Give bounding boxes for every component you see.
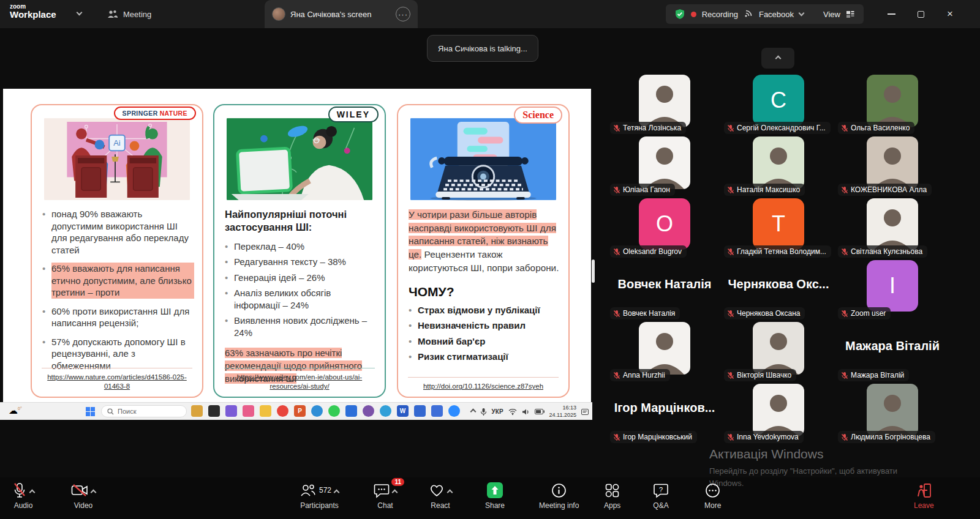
tab-meeting[interactable]: Meeting: [107, 0, 151, 28]
apps-button[interactable]: Apps: [604, 482, 620, 510]
copilot-icon[interactable]: [243, 405, 254, 417]
battery-icon[interactable]: [535, 409, 545, 414]
participant-tile[interactable]: Ольга Василенко: [835, 73, 949, 135]
participant-tile[interactable]: CСергій Олександрович Г...: [722, 73, 835, 135]
participant-tile[interactable]: Вовчек НаталіяВовчек Наталія: [608, 259, 722, 321]
participant-tile[interactable]: Inna Yevdokymova: [722, 383, 835, 444]
bullet-item: •57% допускають допомогу ШІ в рецензуван…: [42, 336, 194, 372]
tab-shared-screen[interactable]: Яна Сичікова's screen ···: [265, 0, 418, 28]
edge-icon[interactable]: [311, 405, 323, 417]
participant-tile[interactable]: OOleksandr Bugrov: [608, 197, 722, 259]
participant-display-name: Ігор Марцінков...: [608, 401, 722, 415]
bullet-item: •60% проти використання ШІ для написання…: [42, 305, 194, 329]
telegram-icon[interactable]: [380, 405, 391, 417]
notification-icon[interactable]: [581, 408, 589, 416]
participant-tile[interactable]: КОЖЕВНИКОВА Алла: [835, 135, 949, 197]
participant-name: Тетяна Лозінська: [623, 124, 681, 132]
participant-photo-avatar: [867, 384, 918, 436]
participants-chevron-icon[interactable]: [334, 489, 340, 495]
participant-tile[interactable]: TГладкій Тетяна Володим...: [722, 197, 835, 259]
react-chevron-icon[interactable]: [447, 489, 453, 495]
taskbar-clock[interactable]: 16:13 24.11.2025: [549, 405, 576, 419]
viber-icon[interactable]: [363, 405, 374, 417]
folder-icon[interactable]: [260, 405, 271, 417]
taskbar-search-input[interactable]: Поиск: [101, 405, 187, 417]
audio-button[interactable]: Audio: [12, 482, 34, 510]
bullet-marker: •: [225, 272, 234, 284]
bullet-marker: •: [409, 351, 418, 363]
wifi-icon[interactable]: [508, 408, 517, 415]
participant-tile[interactable]: Мажара ВіталійМажара Віталій: [835, 321, 949, 383]
whatsapp-icon[interactable]: [328, 405, 340, 417]
participant-tile[interactable]: Вікторія Швачко: [722, 321, 835, 383]
messenger-icon[interactable]: [225, 405, 237, 417]
recording-label[interactable]: Recording: [702, 10, 738, 19]
photos-icon[interactable]: [191, 405, 203, 417]
security-shield-icon[interactable]: [674, 9, 685, 20]
participant-name: Anna Hurzhii: [623, 371, 665, 379]
zoom-app-icon[interactable]: [448, 405, 460, 417]
tray-mic-icon[interactable]: [480, 408, 487, 416]
nature-link[interactable]: https://www.nature.com/articles/d41586-0…: [42, 373, 192, 392]
meeting-toolbar: Audio Video 572 Participants 11 Chat: [0, 477, 980, 519]
calculator-icon[interactable]: [431, 405, 443, 417]
tab-options-icon[interactable]: ···: [396, 7, 410, 21]
chat-button[interactable]: 11 Chat: [374, 482, 397, 510]
participant-tile[interactable]: Anna Hurzhii: [608, 321, 722, 383]
video-button[interactable]: Video: [71, 482, 96, 510]
facebook-live-label[interactable]: Facebook: [759, 10, 794, 19]
participant-tile[interactable]: Ігор Марцінков...Ігор Марцінковський: [608, 383, 722, 444]
start-button[interactable]: [86, 407, 95, 416]
participant-tile[interactable]: Світлана Кулєзньова: [835, 197, 949, 259]
chat-chevron-icon[interactable]: [392, 489, 398, 495]
bullet-marker: •: [225, 315, 234, 338]
store-icon[interactable]: [345, 405, 357, 417]
participant-tile[interactable]: Тетяна Лозінська: [608, 73, 722, 135]
participant-tile[interactable]: Чернякова Окс...Чернякова Оксана: [722, 259, 835, 321]
gallery-scrollbar[interactable]: [592, 260, 595, 283]
close-button[interactable]: ×: [936, 0, 964, 28]
science-link[interactable]: http://doi.org/10.1126/science.z87syeh: [408, 382, 559, 392]
card-wiley: WILEY: [213, 104, 386, 398]
facebook-chevron-down-icon[interactable]: [799, 10, 805, 16]
participant-name-label: Oleksandr Bugrov: [610, 245, 687, 258]
participant-tile[interactable]: Людмила Богріновцева: [835, 383, 949, 444]
maximize-button[interactable]: [907, 0, 935, 28]
share-button[interactable]: Share: [485, 482, 505, 510]
logo-workplace-text: Workplace: [10, 10, 56, 20]
participant-name: Гладкій Тетяна Володим...: [737, 247, 826, 256]
powerpoint-icon[interactable]: P: [294, 405, 306, 417]
react-button[interactable]: React: [429, 482, 452, 510]
audio-chevron-icon[interactable]: [29, 489, 36, 495]
volume-icon[interactable]: [522, 408, 530, 416]
video-chevron-icon[interactable]: [91, 489, 97, 495]
workspace-chevron-down-icon[interactable]: [77, 10, 83, 16]
word-icon[interactable]: W: [397, 405, 409, 417]
participants-button[interactable]: 572 Participants: [300, 482, 339, 510]
save-icon[interactable]: [414, 405, 426, 417]
bullet-text: 60% проти використання ШІ для написання …: [51, 305, 194, 329]
participant-tile[interactable]: Наталія Максишко: [722, 135, 835, 197]
meeting-info-button[interactable]: Meeting info: [539, 482, 579, 510]
leave-button[interactable]: Leave: [914, 482, 934, 510]
muted-mic-icon: [727, 248, 734, 256]
view-label[interactable]: View: [823, 10, 840, 19]
chrome-icon[interactable]: [277, 405, 288, 417]
weather-widget[interactable]: ☁0°: [9, 405, 22, 416]
participant-letter-avatar: I: [867, 260, 918, 312]
qa-button[interactable]: ? Q&A: [653, 482, 669, 510]
bullet-marker: •: [42, 208, 51, 256]
participant-tile[interactable]: IZoom user: [835, 259, 949, 321]
wiley-link[interactable]: https://www.wiley.com/en-ie/about-us/ai-…: [224, 373, 375, 392]
muted-mic-icon: [727, 372, 734, 379]
language-indicator[interactable]: УКР: [492, 408, 503, 415]
minimize-button[interactable]: [877, 0, 905, 28]
participant-display-name: Вовчек Наталія: [608, 277, 722, 291]
participant-tile[interactable]: Юліана Гапон: [608, 135, 722, 197]
participant-name: КОЖЕВНИКОВА Алла: [851, 185, 927, 194]
collapse-gallery-button[interactable]: [761, 48, 794, 69]
tray-chevron-up-icon[interactable]: [470, 409, 476, 415]
console-icon[interactable]: [208, 405, 220, 417]
participants-icon: [300, 483, 316, 498]
more-button[interactable]: More: [704, 482, 721, 510]
